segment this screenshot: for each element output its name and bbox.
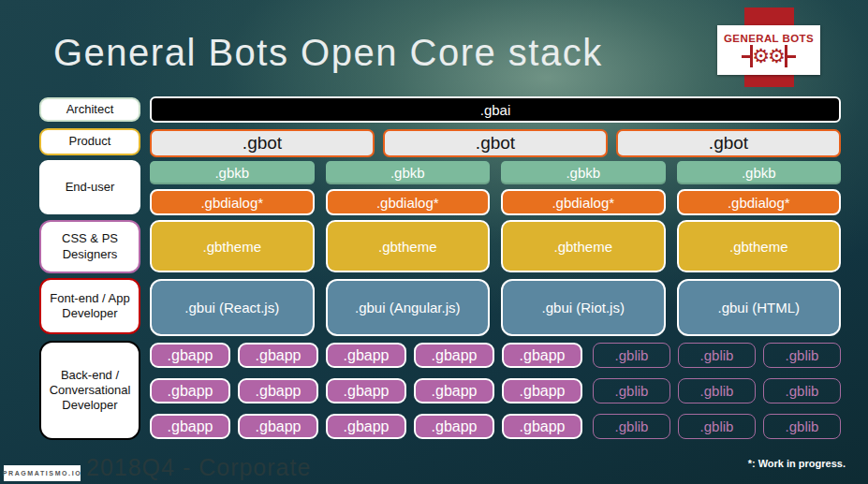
role-label-end-user: End-user bbox=[39, 160, 140, 214]
gbapp-box: .gbapp bbox=[150, 343, 230, 368]
gear-line-icon bbox=[787, 55, 796, 58]
gbui-riot-box: .gbui (Riot.js) bbox=[501, 279, 666, 336]
gbapp-box: .gbapp bbox=[326, 343, 406, 368]
gbapp-box: .gbapp bbox=[326, 378, 406, 403]
logo-text: GENERAL BOTS bbox=[724, 33, 814, 44]
gears-icon: ⚙⚙ bbox=[742, 45, 796, 67]
page-title: General Bots Open Core stack bbox=[53, 32, 603, 74]
gbdialog-row: .gbdialog* .gbdialog* .gbdialog* .gbdial… bbox=[150, 189, 841, 215]
gbdialog-box: .gbdialog* bbox=[677, 189, 842, 215]
work-in-progress-note: *: Work in progress. bbox=[748, 458, 846, 469]
gbapp-box: .gbapp bbox=[502, 343, 582, 368]
gbui-angular-box: .gbui (Angular.js) bbox=[326, 279, 491, 336]
pragmatismo-brand-badge: PRAGMATISMO.IO bbox=[4, 465, 81, 481]
gbapp-box: .gbapp bbox=[238, 378, 318, 403]
gbkb-box: .gbkb bbox=[150, 161, 315, 184]
general-bots-logo: GENERAL BOTS ⚙⚙ bbox=[717, 25, 820, 75]
gbui-html-box: .gbui (HTML) bbox=[677, 279, 842, 336]
gbapp-box: .gbapp bbox=[502, 414, 582, 439]
gbot-box: .gbot bbox=[150, 129, 375, 157]
gbtheme-box: .gbtheme bbox=[501, 220, 666, 272]
gbot-row: .gbot .gbot .gbot bbox=[150, 129, 841, 157]
gbapp-box: .gbapp bbox=[502, 378, 582, 403]
gbot-box: .gbot bbox=[383, 129, 608, 157]
gbtheme-row: .gbtheme .gbtheme .gbtheme .gbtheme bbox=[150, 220, 841, 272]
gblib-box: .gblib bbox=[593, 414, 670, 439]
gblib-box: .gblib bbox=[678, 343, 756, 368]
gbapp-gblib-row: .gbapp .gbapp .gbapp .gbapp .gbapp .gbli… bbox=[150, 378, 841, 403]
gbtheme-box: .gbtheme bbox=[326, 220, 491, 272]
gbapp-gblib-row: .gbapp .gbapp .gbapp .gbapp .gbapp .gbli… bbox=[150, 343, 841, 368]
gbapp-box: .gbapp bbox=[414, 414, 494, 439]
gbdialog-box: .gbdialog* bbox=[326, 189, 491, 215]
gbapp-box: .gbapp bbox=[238, 414, 318, 439]
gbai-bar: .gbai bbox=[150, 96, 841, 123]
gbdialog-box: .gbdialog* bbox=[501, 189, 666, 215]
gbdialog-box: .gbdialog* bbox=[150, 189, 315, 215]
gblib-box: .gblib bbox=[593, 343, 670, 368]
gear-icon: ⚙ bbox=[768, 46, 786, 66]
footer-version-text: 2018Q4 - Corporate bbox=[86, 454, 311, 481]
gblib-box: .gblib bbox=[763, 343, 841, 368]
gbui-row: .gbui (React.js) .gbui (Angular.js) .gbu… bbox=[150, 279, 841, 336]
gbot-box: .gbot bbox=[616, 129, 841, 157]
gbapp-box: .gbapp bbox=[326, 414, 406, 439]
gbapp-box: .gbapp bbox=[238, 343, 318, 368]
gbtheme-box: .gbtheme bbox=[677, 220, 842, 272]
role-label-architect: Architect bbox=[39, 97, 140, 122]
gbkb-row: .gbkb .gbkb .gbkb .gbkb bbox=[150, 161, 841, 184]
gblib-box: .gblib bbox=[678, 414, 756, 439]
role-label-css-ps-designers: CSS & PS Designers bbox=[39, 220, 140, 273]
role-label-product: Product bbox=[39, 128, 140, 155]
gbkb-box: .gbkb bbox=[501, 161, 666, 184]
gblib-box: .gblib bbox=[763, 414, 841, 439]
gblib-box: .gblib bbox=[763, 378, 841, 403]
gear-line-icon bbox=[742, 55, 750, 58]
gbkb-box: .gbkb bbox=[677, 161, 842, 184]
gbapp-box: .gbapp bbox=[414, 343, 494, 368]
gbkb-box: .gbkb bbox=[326, 161, 491, 184]
gblib-box: .gblib bbox=[593, 378, 670, 403]
gbtheme-box: .gbtheme bbox=[150, 220, 315, 272]
role-label-backend-conversational-developer: Back-end / Conversational Developer bbox=[39, 341, 140, 440]
gbapp-box: .gbapp bbox=[414, 378, 494, 403]
gbapp-box: .gbapp bbox=[150, 414, 230, 439]
slide: General Bots Open Core stack GENERAL BOT… bbox=[0, 0, 868, 484]
gbapp-box: .gbapp bbox=[150, 378, 230, 403]
gbapp-gblib-row: .gbapp .gbapp .gbapp .gbapp .gbapp .gbli… bbox=[150, 414, 841, 439]
gbui-react-box: .gbui (React.js) bbox=[150, 279, 315, 336]
gblib-box: .gblib bbox=[678, 378, 756, 403]
role-label-frontend-app-developer: Font-end / App Developer bbox=[39, 278, 140, 334]
